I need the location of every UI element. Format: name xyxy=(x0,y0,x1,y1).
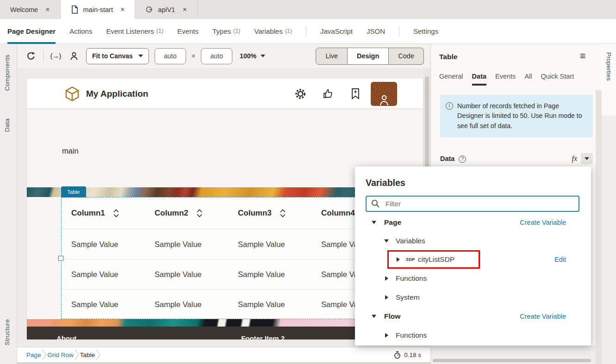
user-avatar[interactable] xyxy=(371,82,397,106)
footer-item[interactable]: About xyxy=(56,334,76,339)
chevron-down-icon xyxy=(261,55,265,57)
canvas-height-input[interactable] xyxy=(201,48,232,64)
mode-design-button[interactable]: Design xyxy=(348,48,389,65)
canvas-toolbar: (→) Fit to Canvas × 100% Live Design Cod… xyxy=(17,44,430,68)
help-icon[interactable]: ? xyxy=(459,155,466,163)
filter-input[interactable] xyxy=(366,196,579,212)
divider xyxy=(43,50,44,62)
nav-actions[interactable]: Actions xyxy=(69,19,92,44)
nav-json[interactable]: JSON xyxy=(367,19,385,44)
chevron-right-icon[interactable] xyxy=(397,257,400,262)
rail-tab-components[interactable]: Components xyxy=(4,55,11,91)
tab-events[interactable]: Events xyxy=(495,73,516,86)
nav-javascript[interactable]: JavaScript xyxy=(320,19,353,44)
close-icon[interactable]: × xyxy=(45,6,50,14)
component-badge[interactable]: Table xyxy=(61,186,86,197)
data-label: Data xyxy=(440,155,454,162)
tab-data[interactable]: Data xyxy=(472,73,486,86)
left-rail: Components Data Structure xyxy=(0,44,17,364)
tree-item-flow[interactable]: Flow Create Variable xyxy=(355,307,591,326)
nav-page-designer[interactable]: Page Designer xyxy=(7,19,56,44)
sort-icon[interactable] xyxy=(197,209,202,217)
table-column-header[interactable]: Column2 xyxy=(144,209,228,218)
create-variable-link[interactable]: Create Variable xyxy=(520,313,566,320)
chevron-down-icon[interactable] xyxy=(372,315,376,318)
chevron-right-icon[interactable] xyxy=(385,276,388,281)
nav-variables[interactable]: Variables(1) xyxy=(254,19,292,44)
nav-events[interactable]: Events xyxy=(177,19,199,44)
nav-settings[interactable]: Settings xyxy=(413,19,438,44)
chevron-right-icon[interactable] xyxy=(385,295,388,300)
properties-title: Table xyxy=(439,53,457,61)
variables-assignment-button[interactable]: (→) xyxy=(49,49,62,62)
table-cell: Sample Value xyxy=(61,270,144,279)
sort-icon[interactable] xyxy=(113,209,119,217)
tree-item-flow-functions[interactable]: Functions xyxy=(355,326,591,345)
tree-item-page-functions[interactable]: Functions xyxy=(355,269,591,288)
fx-dropdown-button[interactable] xyxy=(581,153,593,164)
audit-user-button[interactable] xyxy=(68,49,81,62)
refresh-button[interactable] xyxy=(25,49,37,62)
stopwatch-icon xyxy=(394,351,401,359)
rail-tab-properties[interactable]: Properties xyxy=(605,52,612,81)
expression-fx-label[interactable]: fx xyxy=(572,154,577,163)
info-icon: i xyxy=(446,102,453,110)
tab-welcome[interactable]: Welcome × xyxy=(0,0,61,19)
tree-item-variables[interactable]: Variables xyxy=(355,232,591,250)
table-column-header[interactable]: Column1 xyxy=(61,209,144,218)
edit-variable-link[interactable]: Edit xyxy=(554,256,566,263)
table-cell: Sample Value xyxy=(61,240,144,249)
horizontal-scrollbar-thumb[interactable] xyxy=(433,359,591,362)
create-variable-link[interactable]: Create Variable xyxy=(520,219,566,226)
rail-tab-data[interactable]: Data xyxy=(4,118,11,132)
mode-live-button[interactable]: Live xyxy=(316,48,348,65)
chevron-down-icon xyxy=(585,157,589,160)
breadcrumb-separator xyxy=(74,349,80,361)
data-property-row: Data ? fx xyxy=(440,153,593,164)
right-rail: Properties xyxy=(602,44,616,364)
breadcrumb-grid-row[interactable]: Grid Row xyxy=(48,352,74,358)
thumbs-up-icon[interactable] xyxy=(322,88,334,100)
rail-tab-structure[interactable]: Structure xyxy=(4,319,11,345)
sort-icon[interactable] xyxy=(280,209,286,217)
tab-main-start[interactable]: main-start × xyxy=(61,0,136,19)
zoom-select[interactable]: 100% xyxy=(240,52,265,60)
app-header[interactable]: My Application xyxy=(27,79,423,109)
tab-apiv1[interactable]: apiV1 × xyxy=(135,0,197,19)
breadcrumb-page[interactable]: Page xyxy=(26,352,41,358)
nav-types[interactable]: Types(1) xyxy=(212,19,240,44)
page-heading: main xyxy=(62,147,79,155)
app-logo-icon xyxy=(65,86,79,101)
close-icon[interactable]: × xyxy=(120,6,124,14)
mode-code-button[interactable]: Code xyxy=(389,48,424,65)
tab-label: Welcome xyxy=(10,6,38,13)
page-icon xyxy=(71,5,79,14)
selection-handle[interactable] xyxy=(58,256,63,261)
footer-item[interactable]: Footer Item 2 xyxy=(241,334,285,339)
count-badge: (1) xyxy=(233,28,240,34)
close-icon[interactable]: × xyxy=(182,6,187,14)
refresh-icon xyxy=(26,51,36,61)
tree-item-system[interactable]: System xyxy=(355,288,591,307)
tab-quick-start[interactable]: Quick Start xyxy=(541,73,574,86)
fit-to-canvas-select[interactable]: Fit to Canvas xyxy=(86,48,149,64)
tree-item-page[interactable]: Page Create Variable xyxy=(355,213,591,232)
canvas-width-input[interactable] xyxy=(155,48,186,64)
bookmark-add-icon[interactable] xyxy=(351,88,360,99)
settings-gear-icon[interactable] xyxy=(294,88,306,100)
variables-assignment-icon: (→) xyxy=(50,52,61,60)
panel-menu-icon[interactable]: ≡ xyxy=(580,50,585,62)
breadcrumb-table[interactable]: Table xyxy=(80,352,95,358)
nav-event-listeners[interactable]: Event Listeners(1) xyxy=(106,19,163,44)
tab-general[interactable]: General xyxy=(439,73,463,86)
table-cell: Sample Value xyxy=(61,300,144,309)
chevron-down-icon[interactable] xyxy=(384,240,389,243)
chevron-right-icon[interactable] xyxy=(385,333,388,338)
variables-picker-popup: Variables Page Create Variable Variables… xyxy=(355,167,591,345)
panel-vertical-scrollbar[interactable] xyxy=(596,90,602,364)
chevron-down-icon[interactable] xyxy=(372,221,376,224)
tree-item-citylistsdp[interactable]: SDP cityListSDP Edit xyxy=(355,250,591,269)
table-column-header[interactable]: Column3 xyxy=(228,209,311,218)
properties-tabs: General Data Events All Quick Start xyxy=(439,73,574,86)
tab-all[interactable]: All xyxy=(524,73,532,86)
